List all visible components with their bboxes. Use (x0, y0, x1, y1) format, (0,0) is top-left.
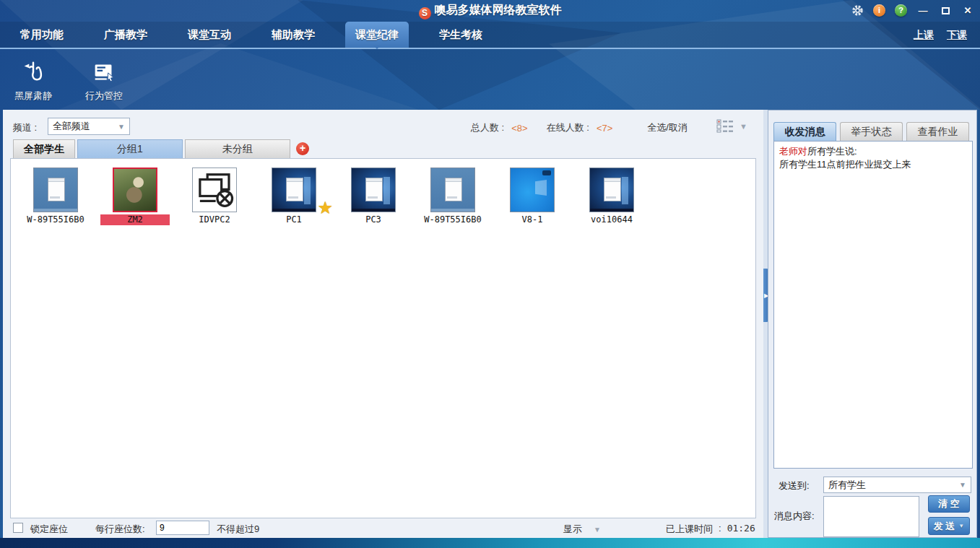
group-tab[interactable]: 未分组 (185, 139, 290, 158)
class-time-label: 已上课时间 (666, 523, 713, 536)
desktop-window-shape (48, 178, 65, 201)
student-name: PC3 (339, 214, 408, 225)
chevron-down-icon: ▼ (594, 526, 601, 534)
class-time-wrap: 已上课时间 : 01:26 (666, 523, 755, 536)
send-button[interactable]: 发 送 ▼ (928, 517, 970, 535)
student-screen-preview (351, 168, 396, 212)
message-tab[interactable]: 举手状态 (840, 122, 903, 141)
student-name: W-89T55I6B0 (418, 214, 487, 225)
class-time-value: 01:26 (727, 523, 755, 536)
student-name: IDVPC2 (180, 214, 249, 225)
student-thumbnail[interactable]: PC3 ★ (339, 168, 408, 225)
menu-item[interactable]: 课堂互动 (178, 22, 241, 48)
menu-item-label: 常用功能 (20, 28, 64, 42)
menu-item-label: 学生考核 (439, 28, 482, 42)
total-count-value: <8> (511, 123, 527, 134)
student-thumbnail[interactable]: V8-1 ★ (498, 168, 567, 225)
offline-monitor-icon (195, 170, 235, 210)
group-tab-bar: 全部学生分组1未分组 (13, 139, 290, 158)
message-tab-label: 收发消息 (785, 126, 825, 139)
student-screen-preview (33, 168, 78, 212)
class-link-label: 下课 (947, 29, 967, 40)
message-content-input[interactable] (823, 496, 919, 537)
add-group-button[interactable]: + (296, 142, 309, 155)
close-button[interactable]: ✕ (961, 5, 974, 16)
seat-bar: 锁定座位 每行座位数: 不得超过9 显示 ▼ 已上课时间 : 01:26 (3, 518, 763, 538)
class-link[interactable]: 上课 (914, 29, 934, 42)
title-bar: S噢易多媒体网络教室软件 i ? — ✕ (0, 0, 980, 22)
student-thumbnail[interactable]: IDVPC2 ★ (180, 168, 249, 225)
group-tab-label: 未分组 (222, 143, 253, 156)
message-tab[interactable]: 查看作业 (906, 122, 969, 141)
class-link[interactable]: 下课 (947, 29, 967, 42)
view-mode-button[interactable]: ▼ (716, 119, 747, 133)
student-name: W-89T55I6B0 (21, 214, 90, 225)
shush-hand-icon (6, 56, 61, 88)
app-window: S噢易多媒体网络教室软件 i ? — ✕ 常用功能广播教学课堂互动辅助教学课堂纪… (0, 0, 980, 548)
menu-item-label: 课堂纪律 (355, 28, 399, 42)
online-count-value: <7> (597, 123, 612, 134)
settings-icon[interactable] (851, 4, 864, 17)
seats-per-row-input[interactable] (156, 521, 209, 535)
channel-label: 频道 : (13, 121, 37, 134)
info-icon[interactable]: i (873, 4, 885, 17)
clear-button[interactable]: 清 空 (928, 495, 970, 513)
lock-seat-checkbox[interactable] (13, 523, 23, 533)
group-tab[interactable]: 全部学生 (13, 139, 75, 158)
tool-label: 黑屏肃静 (6, 90, 61, 103)
list-view-icon (716, 119, 734, 133)
help-icon[interactable]: ? (895, 4, 907, 17)
app-title-wrap: S噢易多媒体网络教室软件 (0, 3, 980, 19)
send-to-value: 所有学生 (828, 479, 866, 492)
desktop-window-shape (445, 178, 462, 201)
total-count-label: 总人数 : (471, 121, 504, 134)
student-name: ZM2 (100, 214, 170, 225)
send-button-label: 发 送 (934, 520, 955, 533)
class-time-sep: : (719, 523, 721, 536)
message-tab-label: 举手状态 (851, 126, 892, 139)
app-logo-icon: S (419, 7, 431, 19)
group-tab[interactable]: 分组1 (77, 139, 183, 158)
group-tab-label: 分组1 (117, 143, 143, 156)
display-dropdown[interactable]: 显示 ▼ (563, 523, 601, 536)
message-tab[interactable]: 收发消息 (773, 122, 836, 141)
student-thumbnail[interactable]: voi10644 ★ (577, 168, 646, 225)
student-thumbnail[interactable]: ZM2 ★ (100, 168, 170, 225)
behavior-control-button[interactable]: 行为管控 (77, 56, 131, 108)
menu-item[interactable]: 课堂纪律 (345, 22, 409, 48)
student-screen-preview (192, 168, 237, 212)
send-to-select[interactable]: 所有学生 ▼ (823, 477, 971, 493)
student-name: voi10644 (577, 214, 646, 225)
student-thumbnail[interactable]: PC1 ★ (259, 168, 329, 225)
seats-per-row-label: 每行座位数: (95, 523, 145, 536)
blackscreen-quiet-button[interactable]: 黑屏肃静 (6, 56, 61, 108)
menu-item[interactable]: 辅助教学 (261, 22, 325, 48)
message-sender: 老师对 (779, 146, 807, 157)
student-thumbnail[interactable]: W-89T55I6B0 ★ (21, 168, 90, 225)
message-tab-label: 查看作业 (918, 126, 958, 139)
student-thumbnail[interactable]: W-89T55I6B0 ★ (418, 168, 487, 225)
menu-item-label: 课堂互动 (188, 28, 231, 42)
student-screen-preview (113, 168, 157, 212)
message-history[interactable]: 老师对所有学生说: 所有学生11点前把作业提交上来 (773, 141, 973, 469)
select-all-toggle[interactable]: 全选/取消 (647, 121, 688, 134)
window-bottom-border (0, 538, 980, 548)
message-panel: 收发消息举手状态查看作业 老师对所有学生说: 所有学生11点前把作业提交上来 发… (768, 110, 977, 538)
app-title: 噢易多媒体网络教室软件 (435, 4, 562, 16)
send-to-row: 发送到: 所有学生 ▼ (768, 476, 978, 495)
student-panel: 频道 : 全部频道 ▼ 总人数 : <8> 在线人数 : <7> 全选/取消 ▼ (3, 110, 763, 538)
chevron-down-icon: ▼ (118, 123, 125, 131)
maximize-button[interactable] (939, 5, 952, 17)
minimize-button[interactable]: — (916, 5, 929, 16)
menu-item-label: 广播教学 (104, 28, 147, 42)
menu-item-label: 辅助教学 (272, 28, 315, 42)
tool-label: 行为管控 (77, 90, 131, 103)
menu-item[interactable]: 广播教学 (94, 22, 157, 48)
channel-select[interactable]: 全部频道 ▼ (48, 118, 130, 135)
message-line-2: 所有学生11点前把作业提交上来 (779, 158, 967, 171)
menu-item[interactable]: 学生考核 (429, 22, 493, 48)
menu-item[interactable]: 常用功能 (10, 22, 74, 48)
chevron-down-icon: ▼ (740, 122, 747, 131)
desktop-window-shape (604, 178, 621, 201)
desktop-window-shape (286, 178, 303, 201)
